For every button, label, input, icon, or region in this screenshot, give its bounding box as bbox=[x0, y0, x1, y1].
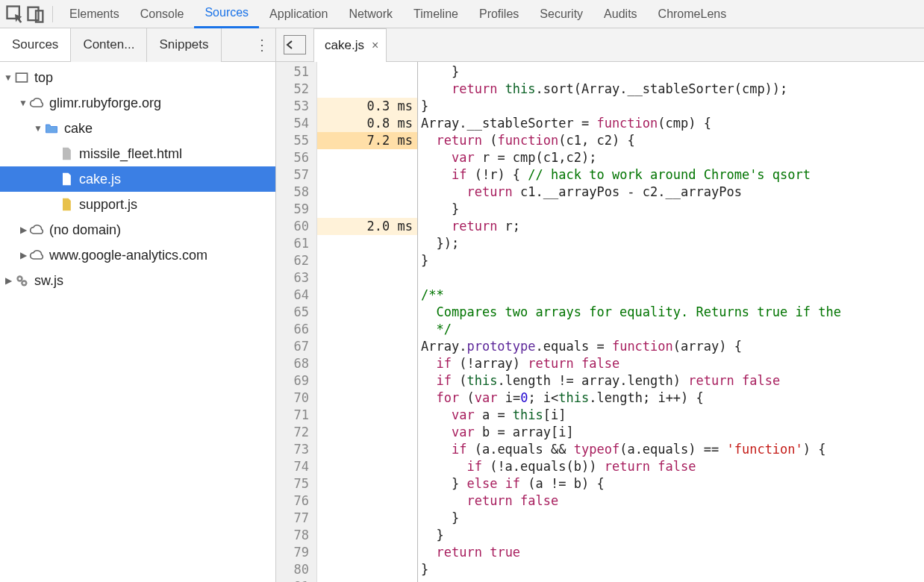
code-line[interactable]: } bbox=[421, 201, 924, 218]
code-line[interactable]: */ bbox=[421, 321, 924, 338]
tree-label: (no domain) bbox=[49, 222, 121, 238]
timing-cell bbox=[317, 287, 417, 304]
tree-sw[interactable]: ▶ sw.js bbox=[0, 268, 275, 293]
main-panel: Sources Conten... Snippets ⋮ ▼ top ▼ gli… bbox=[0, 28, 924, 582]
file-tab-cake-js[interactable]: cake.js × bbox=[313, 28, 387, 62]
timing-cell: 0.8 ms bbox=[317, 115, 417, 132]
panel-tab-audits[interactable]: Audits bbox=[593, 0, 647, 28]
panel-tabs: ElementsConsoleSourcesApplicationNetwork… bbox=[59, 0, 737, 28]
code-line[interactable]: return false bbox=[421, 492, 924, 510]
code-line[interactable]: return true bbox=[421, 544, 924, 561]
timing-column: 0.3 ms0.8 ms7.2 ms2.0 ms bbox=[317, 62, 418, 582]
panel-tab-profiles[interactable]: Profiles bbox=[469, 0, 529, 28]
navigator-toggle-icon[interactable] bbox=[284, 35, 306, 54]
tree-top[interactable]: ▼ top bbox=[0, 65, 275, 90]
inspect-icon[interactable] bbox=[4, 4, 25, 25]
timing-cell bbox=[317, 235, 417, 252]
code-line[interactable]: } bbox=[421, 510, 924, 527]
chevron-down-icon: ▼ bbox=[3, 72, 13, 83]
timing-cell bbox=[317, 269, 417, 287]
sidebar-tabs: Sources Conten... Snippets ⋮ bbox=[0, 28, 275, 62]
line-number: 61 bbox=[276, 235, 316, 252]
code-line[interactable]: var r = cmp(c1,c2); bbox=[421, 149, 924, 166]
panel-tab-application[interactable]: Application bbox=[259, 0, 338, 28]
code-line[interactable]: } bbox=[421, 98, 924, 115]
timing-cell bbox=[317, 544, 417, 561]
line-number: 64 bbox=[276, 287, 316, 304]
file-tree[interactable]: ▼ top ▼ glimr.rubyforge.org ▼ cake missi… bbox=[0, 62, 275, 582]
line-number: 52 bbox=[276, 81, 316, 98]
tab-content-scripts[interactable]: Conten... bbox=[71, 28, 147, 62]
line-gutter: 5152535455565758596061626364656667686970… bbox=[276, 62, 317, 582]
panel-tab-console[interactable]: Console bbox=[130, 0, 195, 28]
line-number: 62 bbox=[276, 252, 316, 269]
line-number: 65 bbox=[276, 304, 316, 321]
code-line[interactable]: }); bbox=[421, 235, 924, 252]
line-number: 54 bbox=[276, 115, 316, 132]
line-number: 59 bbox=[276, 201, 316, 218]
tree-folder[interactable]: ▼ cake bbox=[0, 116, 275, 141]
devtools-toolbar: ElementsConsoleSourcesApplicationNetwork… bbox=[0, 0, 924, 28]
line-number: 74 bbox=[276, 458, 316, 475]
code-line[interactable] bbox=[421, 578, 924, 582]
code-line[interactable]: if (!r) { // hack to work around Chrome'… bbox=[421, 166, 924, 184]
code-line[interactable]: return r; bbox=[421, 218, 924, 235]
panel-tab-security[interactable]: Security bbox=[529, 0, 593, 28]
code-line[interactable]: if (!array) return false bbox=[421, 355, 924, 372]
timing-cell bbox=[317, 321, 417, 338]
timing-cell bbox=[317, 338, 417, 355]
tree-file-html[interactable]: missile_fleet.html bbox=[0, 141, 275, 166]
timing-cell bbox=[317, 252, 417, 269]
cloud-icon bbox=[28, 222, 45, 238]
code-line[interactable]: var a = this[i] bbox=[421, 407, 924, 424]
tree-ga[interactable]: ▶ www.google-analytics.com bbox=[0, 242, 275, 268]
code-line[interactable]: Array.prototype.equals = function(array)… bbox=[421, 338, 924, 355]
code-line[interactable]: } bbox=[421, 252, 924, 269]
chevron-right-icon: ▶ bbox=[18, 250, 28, 260]
code-line[interactable]: /** bbox=[421, 287, 924, 304]
line-number: 63 bbox=[276, 269, 316, 287]
code-line[interactable]: return this.sort(Array.__stableSorter(cm… bbox=[421, 81, 924, 98]
code-line[interactable]: } else if (a != b) { bbox=[421, 475, 924, 492]
code-line[interactable]: } bbox=[421, 63, 924, 81]
file-tab-label: cake.js bbox=[325, 38, 364, 53]
panel-tab-sources[interactable]: Sources bbox=[194, 0, 259, 28]
timing-cell: 7.2 ms bbox=[317, 132, 417, 149]
code-line[interactable]: return (function(c1, c2) { bbox=[421, 132, 924, 149]
line-number: 58 bbox=[276, 184, 316, 201]
file-icon bbox=[58, 196, 75, 213]
more-icon[interactable]: ⋮ bbox=[255, 36, 268, 54]
code-line[interactable]: if (this.length != array.length) return … bbox=[421, 372, 924, 389]
code-line[interactable]: return c1.__arrayPos - c2.__arrayPos bbox=[421, 184, 924, 201]
code-line[interactable]: } bbox=[421, 561, 924, 578]
code-area[interactable]: 5152535455565758596061626364656667686970… bbox=[276, 62, 924, 582]
code-line[interactable] bbox=[421, 269, 924, 287]
line-number: 77 bbox=[276, 510, 316, 527]
device-icon[interactable] bbox=[25, 4, 46, 25]
tree-domain[interactable]: ▼ glimr.rubyforge.org bbox=[0, 90, 275, 116]
code-content[interactable]: } return this.sort(Array.__stableSorter(… bbox=[418, 62, 924, 582]
code-line[interactable]: for (var i=0; i<this.length; i++) { bbox=[421, 389, 924, 407]
timing-cell bbox=[317, 527, 417, 544]
code-line[interactable]: Compares two arrays for equality. Return… bbox=[421, 304, 924, 321]
tree-file-cake-js[interactable]: cake.js bbox=[0, 166, 275, 192]
tree-nodomain[interactable]: ▶ (no domain) bbox=[0, 217, 275, 242]
code-line[interactable]: if (!a.equals(b)) return false bbox=[421, 458, 924, 475]
code-line[interactable]: Array.__stableSorter = function(cmp) { bbox=[421, 115, 924, 132]
svg-rect-3 bbox=[16, 73, 28, 82]
line-number: 70 bbox=[276, 389, 316, 407]
tree-file-support-js[interactable]: support.js bbox=[0, 192, 275, 217]
panel-tab-chromelens[interactable]: ChromeLens bbox=[648, 0, 737, 28]
timing-cell bbox=[317, 458, 417, 475]
code-line[interactable]: } bbox=[421, 527, 924, 544]
panel-tab-timeline[interactable]: Timeline bbox=[403, 0, 469, 28]
tab-sources[interactable]: Sources bbox=[0, 28, 71, 61]
code-line[interactable]: var b = array[i] bbox=[421, 424, 924, 441]
panel-tab-elements[interactable]: Elements bbox=[59, 0, 130, 28]
tab-snippets[interactable]: Snippets bbox=[147, 28, 221, 62]
chevron-right-icon: ▶ bbox=[18, 225, 28, 235]
close-icon[interactable]: × bbox=[372, 39, 378, 52]
panel-tab-network[interactable]: Network bbox=[338, 0, 403, 28]
timing-cell bbox=[317, 492, 417, 510]
code-line[interactable]: if (a.equals && typeof(a.equals) == 'fun… bbox=[421, 441, 924, 458]
